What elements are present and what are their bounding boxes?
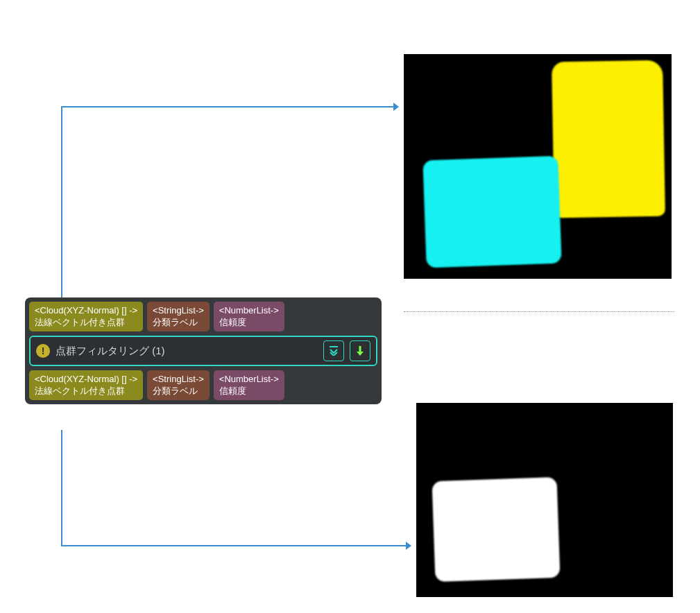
expand-down-button[interactable] <box>323 340 344 361</box>
blob-white <box>432 477 561 582</box>
blob-cyan <box>422 156 561 268</box>
output-port-number[interactable]: <NumberList-> 信頼度 <box>214 370 284 400</box>
port-label: 法線ベクトル付き点群 <box>35 316 137 328</box>
port-label: 分類ラベル <box>153 385 204 397</box>
preview-output-cloud <box>416 403 673 597</box>
port-label: 信頼度 <box>219 316 279 328</box>
port-type: <StringList-> <box>153 304 204 316</box>
input-port-row: <Cloud(XYZ-Normal) [] -> 法線ベクトル付き点群 <Str… <box>29 302 377 331</box>
preview-input-cloud <box>404 54 672 279</box>
arrow-down-icon <box>356 346 364 356</box>
port-label: 分類ラベル <box>153 316 204 328</box>
output-port-row: <Cloud(XYZ-Normal) [] -> 法線ベクトル付き点群 <Str… <box>29 370 377 400</box>
filter-node[interactable]: <Cloud(XYZ-Normal) [] -> 法線ベクトル付き点群 <Str… <box>25 297 382 404</box>
warning-icon: ! <box>36 344 50 358</box>
node-title: 点群フィルタリング (1) <box>56 345 318 358</box>
input-port-string[interactable]: <StringList-> 分類ラベル <box>147 302 210 331</box>
wire-arrow-top <box>393 103 399 111</box>
port-type: <Cloud(XYZ-Normal) [] -> <box>35 373 137 385</box>
port-type: <StringList-> <box>153 373 204 385</box>
input-port-cloud[interactable]: <Cloud(XYZ-Normal) [] -> 法線ベクトル付き点群 <box>29 302 143 331</box>
double-chevron-down-icon <box>329 346 339 356</box>
node-title-bar[interactable]: ! 点群フィルタリング (1) <box>29 336 377 366</box>
port-type: <NumberList-> <box>219 373 279 385</box>
output-port-cloud[interactable]: <Cloud(XYZ-Normal) [] -> 法線ベクトル付き点群 <box>29 370 143 400</box>
port-type: <Cloud(XYZ-Normal) [] -> <box>35 304 137 316</box>
wire-output-to-preview-bottom <box>62 430 406 546</box>
port-type: <NumberList-> <box>219 304 279 316</box>
output-port-string[interactable]: <StringList-> 分類ラベル <box>147 370 210 400</box>
run-down-button[interactable] <box>350 340 370 361</box>
blob-yellow <box>552 60 665 218</box>
port-label: 信頼度 <box>219 385 279 397</box>
wire-input-to-preview-top <box>62 107 393 303</box>
svg-marker-2 <box>357 352 364 356</box>
input-port-number[interactable]: <NumberList-> 信頼度 <box>214 302 284 331</box>
port-label: 法線ベクトル付き点群 <box>35 385 137 397</box>
preview-divider <box>404 311 674 312</box>
wire-arrow-bottom <box>406 542 411 550</box>
